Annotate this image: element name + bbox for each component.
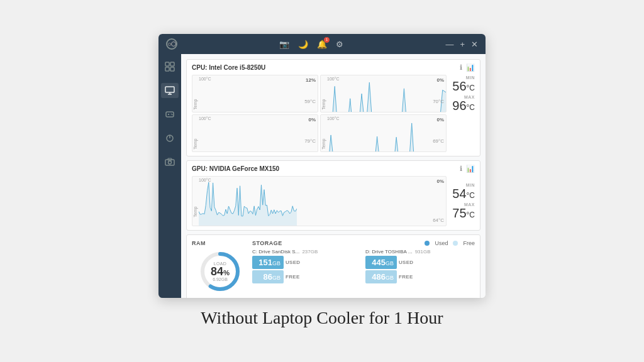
drive-c-used-box: 151GB [252,256,284,269]
gpu-temp-readout: MIN 54°C MAX 75°C [447,176,475,226]
svg-rect-1 [170,62,174,66]
svg-point-15 [169,161,172,164]
drive-d-used-row: 445GB USED [365,256,475,269]
drive-c-col: C: Drive SanDisk S... 237GB 151GB USED [252,249,362,283]
drive-d-used-box: 445GB [365,256,397,269]
svg-point-11 [172,114,173,116]
drive-d-col: D: Drive TOSHIBA ... 931GB 445GB USED [365,249,475,283]
drive-d-free-row: 486GB FREE [365,270,475,283]
drive-d-free-box: 486GB [365,270,397,283]
drives-row: C: Drive SanDisk S... 237GB 151GB USED [252,249,475,283]
cpu-min-temp: MIN 56°C MAX 96°C [447,75,475,112]
drive-c-used-row: 151GB USED [252,256,362,269]
cpu-panel: CPU: Intel Core i5-8250U ℹ 📊 100°C Temp … [186,59,480,156]
drive-c-free-label: FREE [286,274,300,280]
svg-rect-2 [165,67,169,71]
gpu-panel-actions: ℹ 📊 [460,165,475,173]
gpu-title: GPU: NVIDIA GeForce MX150 [192,165,279,172]
cpu-panel-actions: ℹ 📊 [460,63,475,72]
svg-rect-3 [170,67,174,71]
maximize-button[interactable]: + [460,40,465,49]
sidebar-item-power[interactable] [161,131,179,146]
window-controls: — + ✕ [445,40,478,49]
gpu-panel: GPU: NVIDIA GeForce MX150 ℹ 📊 100°C Temp… [186,160,480,231]
dark-mode-icon[interactable]: 🌙 [298,40,308,49]
drive-d-used-label: USED [399,260,413,265]
drive-c-title: C: Drive SanDisk S... 237GB [252,249,362,255]
notification-badge: 1 [324,37,330,43]
sidebar-item-camera[interactable] [161,155,179,170]
storage-section: STORAGE Used Free C: Drive SanDisk S. [252,240,475,294]
cpu-chart-1: 100°C Temp 12% 59°C [192,75,318,112]
svg-point-10 [171,114,172,115]
drive-c-free-box: 86GB [252,270,284,283]
title-bar: 📷 🌙 🔔 1 ⚙ — + ✕ [158,34,486,54]
cpu-charts-row2: 100°C Temp 0% 79°C 100°C Temp 0% 69°C [192,114,475,152]
gpu-chart-icon[interactable]: 📊 [466,165,475,173]
storage-title: STORAGE [252,240,282,246]
cpu-chart-2: 100°C Temp 0% 70°C [320,75,447,112]
legend-used-dot [425,241,430,246]
notification-icon[interactable]: 🔔 1 [317,40,327,49]
cpu-title: CPU: Intel Core i5-8250U [192,64,265,71]
legend-free-label: Free [463,240,475,246]
camera-icon[interactable]: 📷 [279,40,289,49]
app-logo [166,38,177,50]
cpu-chart-icon[interactable]: 📊 [466,63,475,72]
ram-gauge: LOAD 84% 6.92GB [197,249,243,294]
gpu-chart-row: 100°C Temp 0% 64°C MIN 54°C MAX [192,176,475,226]
caption: Without Laptop Cooler for 1 Hour [201,308,443,328]
cpu-chart-3: 100°C Temp 0% 79°C [192,114,318,152]
drive-d-free-label: FREE [399,274,413,280]
sidebar-item-monitor[interactable] [161,83,179,98]
storage-legend: Used Free [425,240,475,246]
svg-rect-4 [165,87,174,92]
sidebar [158,54,181,298]
gpu-chart: 100°C Temp 0% 64°C [192,176,447,226]
cpu-charts-row: 100°C Temp 12% 59°C 100°C Temp 0% [192,75,475,112]
content-area: CPU: Intel Core i5-8250U ℹ 📊 100°C Temp … [181,54,486,298]
gpu-info-icon[interactable]: ℹ [460,165,462,173]
gpu-panel-header: GPU: NVIDIA GeForce MX150 ℹ 📊 [192,165,475,173]
drive-d-title: D: Drive TOSHIBA ... 931GB [365,249,475,255]
storage-header: STORAGE Used Free [252,240,475,246]
ram-title: RAM [192,240,206,246]
sidebar-item-dashboard[interactable] [161,59,179,74]
title-bar-icons: 📷 🌙 🔔 1 ⚙ [279,40,343,49]
ram-gauge-text: LOAD 84% 6.92GB [211,261,230,282]
ram-section: RAM LOAD 84% 6.92GB [192,240,248,294]
sidebar-item-gaming[interactable] [161,107,179,122]
drive-c-used-label: USED [286,260,300,265]
minimize-button[interactable]: — [445,40,453,49]
svg-rect-0 [165,62,169,66]
settings-icon[interactable]: ⚙ [336,40,343,49]
close-button[interactable]: ✕ [471,40,478,49]
legend-used-label: Used [435,240,448,246]
cpu-chart-4: 100°C Temp 0% 69°C [320,114,447,152]
main-area: CPU: Intel Core i5-8250U ℹ 📊 100°C Temp … [158,54,486,298]
bottom-section: RAM LOAD 84% 6.92GB [186,234,480,298]
drive-c-free-row: 86GB FREE [252,270,362,283]
cpu-panel-header: CPU: Intel Core i5-8250U ℹ 📊 [192,63,475,72]
app-window: 📷 🌙 🔔 1 ⚙ — + ✕ [158,34,486,298]
legend-free-dot [453,241,458,246]
cpu-info-icon[interactable]: ℹ [460,63,462,72]
